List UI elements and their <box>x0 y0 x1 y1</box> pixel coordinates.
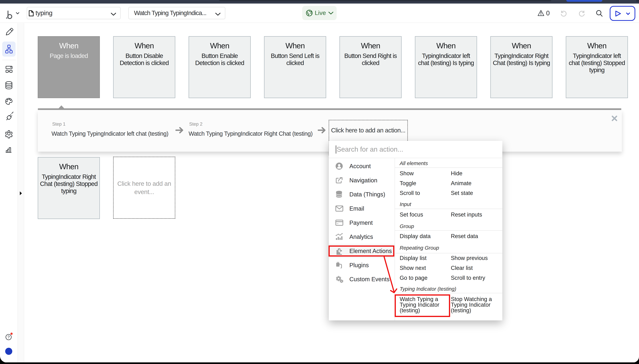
svg-text:?: ? <box>8 335 10 339</box>
